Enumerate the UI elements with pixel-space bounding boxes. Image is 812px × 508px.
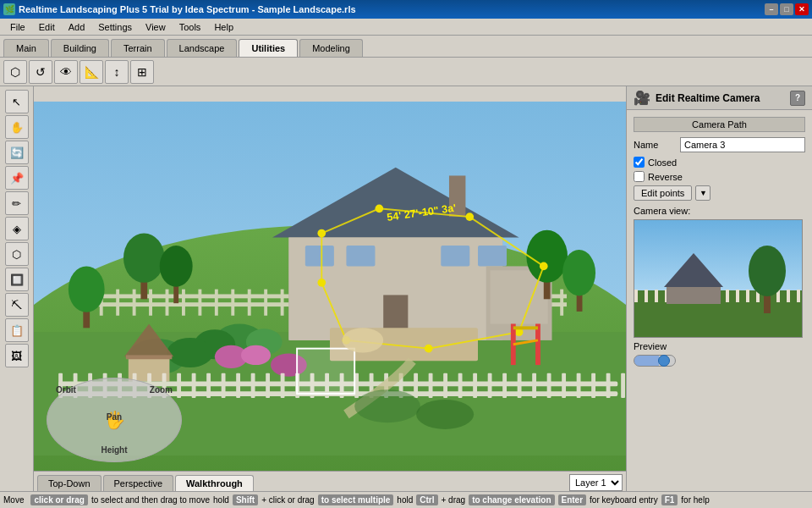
svg-rect-99: [502, 373, 507, 398]
tab-perspective[interactable]: Perspective: [103, 475, 173, 491]
camera-view-label: Camera view:: [634, 206, 805, 216]
svg-point-118: [343, 328, 384, 352]
closed-checkbox[interactable]: [634, 157, 645, 168]
svg-marker-127: [664, 253, 723, 287]
menu-item-add[interactable]: Add: [62, 20, 92, 34]
name-input[interactable]: [680, 137, 805, 152]
svg-rect-98: [488, 373, 492, 398]
svg-rect-117: [297, 349, 354, 394]
left-tool-6[interactable]: ⬡: [5, 242, 29, 266]
svg-rect-100: [518, 373, 522, 398]
name-field-row: Name: [634, 137, 805, 152]
toggle-knob: [658, 355, 670, 367]
name-label: Name: [634, 140, 675, 150]
closed-label: Closed: [648, 157, 677, 168]
preview-house-svg: [660, 245, 727, 304]
tab-building[interactable]: Building: [51, 39, 109, 57]
toolbar-btn-2[interactable]: 👁: [54, 60, 78, 84]
svg-rect-83: [266, 373, 270, 398]
svg-rect-40: [478, 246, 507, 266]
svg-point-124: [416, 400, 474, 429]
titlebar: 🌿 Realtime Landscaping Plus 5 Trial by I…: [0, 0, 812, 19]
menu-item-settings[interactable]: Settings: [91, 20, 139, 34]
left-tool-8[interactable]: ⛏: [5, 293, 29, 317]
tab-modeling[interactable]: Modeling: [299, 39, 363, 57]
ctrl-key: Ctrl: [416, 494, 437, 505]
menu-item-file[interactable]: File: [3, 20, 32, 34]
left-tools-panel: ↖✋🔄📌✏◈⬡🔲⛏📋🖼: [0, 86, 34, 491]
svg-rect-105: [591, 373, 595, 398]
svg-point-123: [354, 389, 420, 422]
svg-point-126: [749, 246, 786, 296]
preview-toggle[interactable]: [634, 355, 676, 367]
camera-icon: 🎥: [634, 90, 650, 106]
panel-title: 🎥 Edit Realtime Camera: [634, 90, 760, 106]
toolbar-btn-3[interactable]: 📐: [80, 60, 103, 84]
toolbar-btn-4[interactable]: ↕: [105, 60, 129, 84]
edit-points-dropdown[interactable]: ▼: [695, 185, 710, 201]
menu-item-view[interactable]: View: [139, 20, 173, 34]
left-tool-1[interactable]: ✋: [5, 115, 29, 139]
menu-item-edit[interactable]: Edit: [32, 20, 62, 34]
svg-rect-84: [281, 373, 285, 398]
close-button[interactable]: ✕: [795, 3, 809, 15]
f1-desc: for help: [681, 495, 709, 505]
svg-rect-37: [305, 246, 334, 266]
reverse-checkbox[interactable]: [634, 171, 645, 182]
navigation-widget[interactable]: Orbit Zoom Pan Height 🖐: [47, 378, 182, 462]
svg-rect-94: [429, 373, 433, 398]
left-tool-7[interactable]: 🔲: [5, 268, 29, 291]
left-tool-4[interactable]: ✏: [5, 191, 29, 215]
toolbar: ⬡↺👁📐↕⊞: [0, 58, 812, 86]
menu-item-tools[interactable]: Tools: [173, 20, 208, 34]
reverse-label: Reverse: [648, 172, 683, 182]
svg-rect-66: [126, 355, 172, 359]
edit-points-button[interactable]: Edit points: [634, 185, 692, 201]
select-multiple-key: to select multiple: [318, 494, 394, 505]
svg-rect-106: [606, 373, 611, 398]
left-tool-5[interactable]: ◈: [5, 217, 29, 240]
tab-landscape[interactable]: Landscape: [167, 39, 238, 57]
svg-rect-78: [192, 373, 196, 398]
app-icon: 🌿: [3, 3, 15, 15]
svg-point-110: [465, 213, 474, 221]
zoom-label: Zoom: [150, 385, 173, 395]
svg-rect-79: [206, 373, 211, 398]
minimize-button[interactable]: –: [765, 3, 778, 15]
left-tool-2[interactable]: 🔄: [5, 141, 29, 164]
left-tool-3[interactable]: 📌: [5, 166, 29, 190]
camera-preview: [634, 219, 803, 338]
3d-viewport[interactable]: 54' 27'-10" 3a': [34, 86, 626, 471]
menu-item-help[interactable]: Help: [207, 20, 240, 34]
help-button[interactable]: ?: [790, 91, 805, 106]
maximize-button[interactable]: □: [780, 3, 793, 15]
tab-utilities[interactable]: Utilities: [239, 39, 298, 57]
statusbar: Move click or drag to select and then dr…: [0, 491, 812, 508]
enter-desc: for keyboard entry: [590, 495, 658, 505]
svg-rect-120: [535, 323, 540, 365]
left-tool-10[interactable]: 🖼: [5, 344, 29, 367]
layer-selector[interactable]: Layer 1: [569, 474, 623, 491]
svg-rect-95: [443, 373, 447, 398]
tab-main[interactable]: Main: [3, 39, 49, 57]
toolbar-btn-1[interactable]: ↺: [29, 60, 52, 84]
toolbar-btn-0[interactable]: ⬡: [3, 60, 27, 84]
svg-rect-39: [441, 246, 469, 266]
svg-rect-81: [236, 373, 240, 398]
toolbar-btn-5[interactable]: ⊞: [130, 60, 154, 84]
tab-topdown[interactable]: Top-Down: [37, 475, 102, 491]
tab-walkthrough[interactable]: Walkthrough: [175, 475, 254, 491]
svg-rect-80: [222, 373, 226, 398]
f1-key: F1: [661, 494, 678, 505]
pan-label: Pan: [107, 412, 122, 422]
elevation-key: to change elevation: [469, 494, 554, 505]
left-tool-0[interactable]: ↖: [5, 90, 29, 113]
shift-key-label: Shift: [233, 494, 258, 505]
tab-terrain[interactable]: Terrain: [111, 39, 165, 57]
left-tool-9[interactable]: 📋: [5, 318, 29, 342]
panel-header: 🎥 Edit Realtime Camera ?: [627, 86, 812, 110]
ctrl-action: + drag: [442, 495, 466, 505]
svg-point-115: [317, 279, 326, 287]
status-move: Move: [3, 495, 24, 505]
preview-toggle-row: [634, 355, 805, 367]
